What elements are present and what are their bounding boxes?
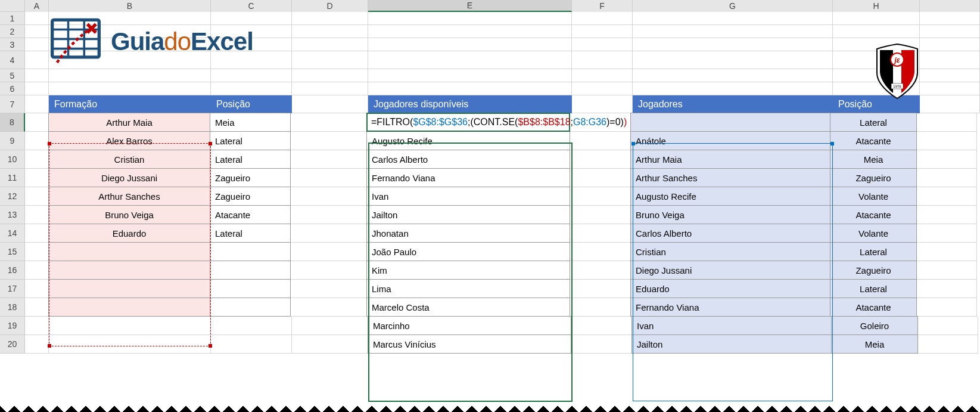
- table2-name[interactable]: Marcus Vinícius: [368, 334, 571, 354]
- col-header-D[interactable]: D: [292, 0, 368, 12]
- col-header-A[interactable]: A: [25, 0, 49, 12]
- col-header-G[interactable]: G: [633, 0, 833, 12]
- row-header-3[interactable]: 3: [0, 38, 25, 51]
- table2-name[interactable]: Ivan: [366, 187, 570, 206]
- col-header-E[interactable]: E: [368, 0, 572, 12]
- row-header-16[interactable]: 16: [0, 261, 25, 280]
- table1-name[interactable]: [48, 298, 210, 317]
- table2-name[interactable]: Lima: [366, 279, 570, 298]
- col-header-rest[interactable]: [920, 0, 980, 12]
- row-header-10[interactable]: 10: [0, 150, 25, 169]
- table1-pos[interactable]: Lateral: [210, 224, 291, 243]
- table1-pos[interactable]: [210, 279, 291, 298]
- row-header-20[interactable]: 20: [0, 335, 25, 354]
- table1-name[interactable]: [49, 317, 211, 335]
- table1-header-formacao[interactable]: Formação: [49, 95, 211, 113]
- table1-pos[interactable]: Lateral: [210, 131, 291, 150]
- table2-name[interactable]: Carlos Alberto: [366, 150, 570, 169]
- table1-name[interactable]: Arthur Sanches: [48, 187, 210, 206]
- table2-name[interactable]: João Paulo: [366, 242, 570, 261]
- table1-pos[interactable]: [210, 261, 291, 280]
- table3-name[interactable]: Anátole: [630, 131, 830, 150]
- table1-name[interactable]: Bruno Veiga: [48, 205, 210, 224]
- table1-name[interactable]: Cristian: [48, 150, 210, 169]
- row-header-11[interactable]: 11: [0, 169, 25, 187]
- table3-pos[interactable]: Lateral: [830, 279, 917, 298]
- table1-name[interactable]: [48, 261, 210, 280]
- table3-name[interactable]: Carlos Alberto: [630, 224, 830, 243]
- row-header-8[interactable]: 8: [0, 113, 25, 132]
- table3-header-jogadores[interactable]: Jogadores: [633, 95, 833, 113]
- table1-name[interactable]: Alex Barros: [48, 131, 210, 150]
- table3-pos[interactable]: Lateral: [830, 242, 917, 261]
- col-header-B[interactable]: B: [49, 0, 211, 12]
- table3-name[interactable]: Jailton: [631, 334, 832, 354]
- formula-cell[interactable]: =FILTRO($G$8:$G$36;(CONT.SE($B$8:$B$18;G…: [366, 113, 570, 132]
- table1-name[interactable]: [49, 335, 211, 354]
- table3-pos[interactable]: Zagueiro: [830, 261, 917, 280]
- table2-name[interactable]: Marcelo Costa: [366, 298, 570, 317]
- row-header-9[interactable]: 9: [0, 132, 25, 150]
- table3-name[interactable]: Diego Jussani: [630, 261, 830, 280]
- table3-name[interactable]: Ivan: [631, 316, 832, 335]
- table3-pos[interactable]: Meia: [830, 150, 917, 169]
- table3-pos[interactable]: Volante: [830, 187, 917, 206]
- table3-pos[interactable]: Atacante: [830, 131, 917, 150]
- table3-name[interactable]: Bruno Veiga: [630, 205, 830, 224]
- row-header-2[interactable]: 2: [0, 25, 25, 38]
- select-all-corner[interactable]: [0, 0, 25, 12]
- row-header-13[interactable]: 13: [0, 206, 25, 224]
- table1-name[interactable]: Diego Jussani: [48, 168, 210, 187]
- table1-name[interactable]: Eduardo: [48, 224, 210, 243]
- row-header-19[interactable]: 19: [0, 317, 25, 335]
- table2-name[interactable]: Marcinho: [368, 316, 571, 335]
- row-header-1[interactable]: 1: [0, 12, 25, 25]
- table1-pos[interactable]: Atacante: [210, 205, 291, 224]
- table3-pos[interactable]: Atacante: [830, 205, 917, 224]
- table1-pos[interactable]: [210, 242, 291, 261]
- row-header-4[interactable]: 4: [0, 51, 25, 69]
- table3-pos[interactable]: Lateral: [830, 113, 917, 132]
- table2-name[interactable]: Kim: [366, 261, 570, 280]
- svg-text:1976: 1976: [893, 85, 901, 88]
- table3-name[interactable]: Cristian: [630, 242, 830, 261]
- table3-name[interactable]: [630, 113, 830, 132]
- table3-pos[interactable]: Goleiro: [831, 316, 918, 335]
- table1-pos[interactable]: Meia: [210, 113, 291, 132]
- table2-name[interactable]: Fernando Viana: [366, 168, 570, 187]
- table1-pos[interactable]: [211, 317, 292, 335]
- table1-name[interactable]: [48, 279, 210, 298]
- table1-pos[interactable]: [211, 335, 292, 354]
- table3-name[interactable]: Arthur Maia: [630, 150, 830, 169]
- table1-name[interactable]: [48, 242, 210, 261]
- table3-pos[interactable]: Volante: [830, 224, 917, 243]
- table1-header-posicao[interactable]: Posição: [211, 95, 292, 113]
- col-header-C[interactable]: C: [211, 0, 292, 12]
- table1-pos[interactable]: [210, 298, 291, 317]
- table3-name[interactable]: Eduardo: [630, 279, 830, 298]
- table3-pos[interactable]: Zagueiro: [830, 168, 917, 187]
- row-header-15[interactable]: 15: [0, 243, 25, 261]
- table2-name[interactable]: Jhonatan: [366, 224, 570, 243]
- row-header-5[interactable]: 5: [0, 69, 25, 82]
- col-header-H[interactable]: H: [833, 0, 920, 12]
- col-header-F[interactable]: F: [572, 0, 633, 12]
- table2-name[interactable]: Augusto Recife: [366, 131, 570, 150]
- row-header-12[interactable]: 12: [0, 187, 25, 206]
- table3-pos[interactable]: Meia: [831, 334, 918, 354]
- row-header-17[interactable]: 17: [0, 280, 25, 298]
- row-header-7[interactable]: 7: [0, 95, 25, 113]
- table1-name[interactable]: Arthur Maia: [48, 113, 210, 132]
- table2-name[interactable]: Jailton: [366, 205, 570, 224]
- row-header-14[interactable]: 14: [0, 224, 25, 243]
- table3-pos[interactable]: Atacante: [830, 298, 917, 317]
- table1-pos[interactable]: Zagueiro: [210, 168, 291, 187]
- table1-pos[interactable]: Zagueiro: [210, 187, 291, 206]
- row-header-6[interactable]: 6: [0, 82, 25, 95]
- table3-name[interactable]: Augusto Recife: [630, 187, 830, 206]
- table2-header[interactable]: Jogadores disponíveis: [368, 95, 572, 113]
- table3-name[interactable]: Arthur Sanches: [630, 168, 830, 187]
- row-header-18[interactable]: 18: [0, 298, 25, 317]
- table1-pos[interactable]: Lateral: [210, 150, 291, 169]
- table3-name[interactable]: Fernando Viana: [630, 298, 830, 317]
